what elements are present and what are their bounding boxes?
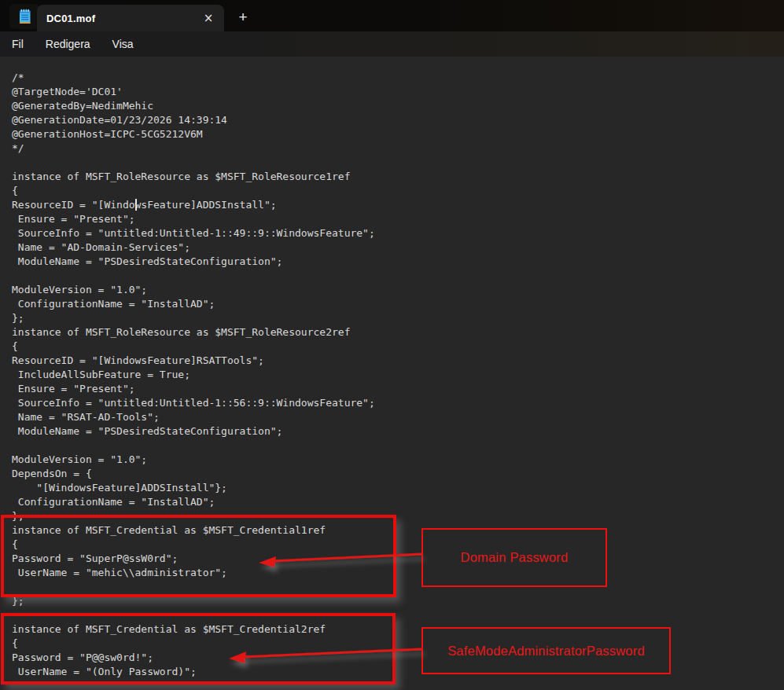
tab-close-icon[interactable]: × xyxy=(199,9,218,28)
tab-dc01-mof[interactable]: DC01.mof × xyxy=(37,5,224,31)
new-tab-button[interactable]: + xyxy=(231,6,255,29)
menubar: Fil Redigera Visa xyxy=(0,31,784,57)
menu-fil[interactable]: Fil xyxy=(2,34,33,54)
plus-icon: + xyxy=(238,9,247,26)
notepad-window: DC01.mof × + Fil Redigera Visa /* @Targe… xyxy=(0,0,784,690)
menu-visa[interactable]: Visa xyxy=(103,34,143,54)
notepad-app-icon xyxy=(19,9,31,24)
menu-redigera[interactable]: Redigera xyxy=(36,34,100,54)
editor-text-area[interactable]: /* @TargetNode='DC01' @GeneratedBy=Nedim… xyxy=(0,57,784,690)
text-caret xyxy=(135,199,137,211)
tab-title: DC01.mof xyxy=(46,13,95,24)
document-text: /* @TargetNode='DC01' @GeneratedBy=Nedim… xyxy=(0,57,784,679)
titlebar: DC01.mof × + xyxy=(0,0,784,31)
